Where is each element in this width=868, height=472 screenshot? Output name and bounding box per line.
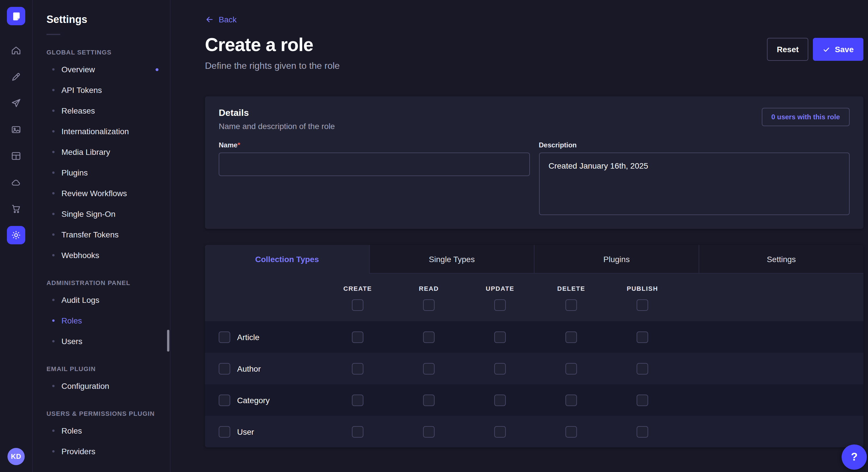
sidebar-item-label: Audit Logs bbox=[61, 295, 99, 305]
checkbox-article-create[interactable] bbox=[352, 331, 363, 343]
deploy-icon[interactable] bbox=[7, 94, 25, 112]
row-label-user: User bbox=[219, 426, 322, 437]
checkbox-selectall-read[interactable] bbox=[423, 299, 435, 311]
sidebar-item-configuration[interactable]: Configuration bbox=[33, 376, 170, 396]
checkbox-user-create[interactable] bbox=[352, 426, 363, 437]
content-type-builder-icon[interactable] bbox=[7, 147, 25, 165]
sidebar-item-label: Releases bbox=[61, 106, 95, 115]
column-publish: PUBLISH bbox=[607, 285, 678, 311]
settings-icon[interactable] bbox=[7, 226, 25, 244]
sidebar-item-roles[interactable]: Roles bbox=[33, 310, 170, 331]
sidebar-section-label: ADMINISTRATION PANEL bbox=[33, 279, 170, 286]
cell bbox=[393, 331, 464, 343]
permissions-body: Article Author bbox=[205, 321, 863, 447]
sidebar-item-releases[interactable]: Releases bbox=[33, 100, 170, 121]
checkbox-selectall-update[interactable] bbox=[494, 299, 506, 311]
checkbox-article-update[interactable] bbox=[494, 331, 506, 343]
permissions-card: Collection Types Single Types Plugins Se… bbox=[205, 245, 863, 447]
column-create: CREATE bbox=[322, 285, 393, 311]
checkbox-author-publish[interactable] bbox=[637, 363, 648, 374]
sidebar-item-up-providers[interactable]: Providers bbox=[33, 441, 170, 462]
details-title: Details bbox=[219, 108, 335, 118]
checkbox-author-read[interactable] bbox=[423, 363, 435, 374]
row-title: Category bbox=[237, 396, 270, 405]
checkbox-category-update[interactable] bbox=[494, 394, 506, 406]
permissions-tabs: Collection Types Single Types Plugins Se… bbox=[205, 245, 863, 274]
checkbox-author-select[interactable] bbox=[219, 363, 230, 374]
sidebar-section-email-plugin: EMAIL PLUGIN Configuration bbox=[33, 365, 170, 396]
tab-collection-types[interactable]: Collection Types bbox=[205, 245, 369, 274]
page-header-text: Create a role Define the rights given to… bbox=[205, 34, 340, 71]
sidebar-item-review-workflows[interactable]: Review Workflows bbox=[33, 183, 170, 204]
sidebar-item-users[interactable]: Users bbox=[33, 331, 170, 351]
description-textarea[interactable]: Created January 16th, 2025 bbox=[539, 153, 849, 215]
name-label: Name* bbox=[219, 141, 530, 149]
checkbox-selectall-publish[interactable] bbox=[637, 299, 648, 311]
checkbox-user-select[interactable] bbox=[219, 426, 230, 437]
sidebar-section-label: USERS & PERMISSIONS PLUGIN bbox=[33, 410, 170, 417]
tab-plugins[interactable]: Plugins bbox=[534, 245, 699, 274]
checkbox-selectall-delete[interactable] bbox=[565, 299, 577, 311]
sidebar-item-plugins[interactable]: Plugins bbox=[33, 162, 170, 183]
column-label-create: CREATE bbox=[343, 285, 372, 292]
sidebar-item-overview[interactable]: Overview bbox=[33, 59, 170, 80]
sidebar-item-media-library[interactable]: Media Library bbox=[33, 142, 170, 162]
content-manager-icon[interactable] bbox=[7, 68, 25, 86]
strapi-admin-app: KD Settings GLOBAL SETTINGS Overview API… bbox=[0, 0, 868, 472]
cell bbox=[464, 363, 536, 374]
sidebar-section-users-permissions-plugin: USERS & PERMISSIONS PLUGIN Roles Provide… bbox=[33, 410, 170, 462]
checkbox-author-delete[interactable] bbox=[565, 363, 577, 374]
checkbox-article-publish[interactable] bbox=[637, 331, 648, 343]
sidebar-scrollbar-thumb[interactable] bbox=[167, 330, 169, 351]
checkbox-user-update[interactable] bbox=[494, 426, 506, 437]
name-input[interactable] bbox=[219, 153, 530, 176]
sidebar-item-label: Roles bbox=[61, 426, 82, 435]
checkbox-user-read[interactable] bbox=[423, 426, 435, 437]
main-nav-rail: KD bbox=[0, 0, 33, 472]
checkbox-article-read[interactable] bbox=[423, 331, 435, 343]
column-label-publish: PUBLISH bbox=[627, 285, 658, 292]
checkbox-selectall-create[interactable] bbox=[352, 299, 363, 311]
sidebar-item-label: API Tokens bbox=[61, 86, 102, 95]
checkbox-user-delete[interactable] bbox=[565, 426, 577, 437]
checkbox-category-publish[interactable] bbox=[637, 394, 648, 406]
checkbox-author-update[interactable] bbox=[494, 363, 506, 374]
sidebar-title-divider bbox=[46, 34, 60, 35]
checkbox-category-read[interactable] bbox=[423, 394, 435, 406]
sidebar-item-webhooks[interactable]: Webhooks bbox=[33, 245, 170, 266]
users-with-role-button[interactable]: 0 users with this role bbox=[762, 108, 849, 126]
reset-button[interactable]: Reset bbox=[767, 38, 808, 61]
row-title: Author bbox=[237, 364, 261, 373]
marketplace-icon[interactable] bbox=[7, 200, 25, 218]
save-button[interactable]: Save bbox=[813, 38, 863, 61]
checkbox-article-select[interactable] bbox=[219, 331, 230, 343]
checkbox-user-publish[interactable] bbox=[637, 426, 648, 437]
name-field-group: Name* bbox=[219, 141, 530, 215]
checkbox-category-delete[interactable] bbox=[565, 394, 577, 406]
tab-settings[interactable]: Settings bbox=[699, 245, 863, 274]
tab-single-types[interactable]: Single Types bbox=[369, 245, 534, 274]
checkbox-author-create[interactable] bbox=[352, 363, 363, 374]
save-label: Save bbox=[835, 45, 854, 54]
settings-sidebar: Settings GLOBAL SETTINGS Overview API To… bbox=[33, 0, 170, 472]
sidebar-item-label: Transfer Tokens bbox=[61, 230, 119, 239]
home-icon[interactable] bbox=[7, 41, 25, 60]
sidebar-item-audit-logs[interactable]: Audit Logs bbox=[33, 290, 170, 310]
avatar[interactable]: KD bbox=[7, 448, 25, 465]
main-content: Back Create a role Define the rights giv… bbox=[170, 0, 868, 472]
checkbox-category-select[interactable] bbox=[219, 394, 230, 406]
sidebar-item-single-sign-on[interactable]: Single Sign-On bbox=[33, 204, 170, 224]
cloud-icon[interactable] bbox=[7, 173, 25, 192]
cell bbox=[536, 363, 607, 374]
checkbox-article-delete[interactable] bbox=[565, 331, 577, 343]
sidebar-item-api-tokens[interactable]: API Tokens bbox=[33, 80, 170, 100]
media-library-icon[interactable] bbox=[7, 121, 25, 139]
back-link[interactable]: Back bbox=[205, 15, 237, 24]
sidebar-item-up-roles[interactable]: Roles bbox=[33, 420, 170, 441]
strapi-logo[interactable] bbox=[7, 7, 25, 25]
checkbox-category-create[interactable] bbox=[352, 394, 363, 406]
sidebar-item-internationalization[interactable]: Internationalization bbox=[33, 121, 170, 142]
arrow-left-icon bbox=[205, 15, 214, 24]
sidebar-item-transfer-tokens[interactable]: Transfer Tokens bbox=[33, 224, 170, 245]
help-button[interactable]: ? bbox=[842, 444, 867, 470]
